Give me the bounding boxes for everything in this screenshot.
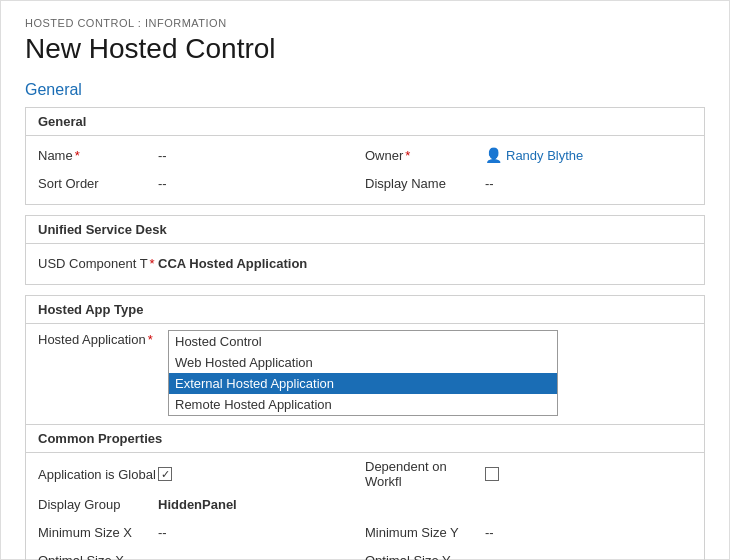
app-global-row: Application is Global ✓ Dependent on Wor…: [38, 459, 692, 489]
owner-field: Owner* 👤 Randy Blythe: [365, 147, 692, 163]
user-icon: 👤: [485, 147, 502, 163]
optimal-size-y-label: Optimal Size Y: [365, 553, 485, 561]
dependent-checkbox-wrapper: [485, 467, 499, 481]
owner-required: *: [405, 148, 410, 163]
name-owner-row: Name* -- Owner* 👤 Randy Blythe: [38, 142, 692, 168]
breadcrumb: HOSTED CONTROL : INFORMATION: [25, 17, 705, 29]
display-name-value: --: [485, 176, 692, 191]
dependent-label: Dependent on Workfl: [365, 459, 485, 489]
common-properties-header: Common Properties: [26, 424, 704, 453]
app-is-global-label: Application is Global: [38, 467, 158, 482]
app-is-global-checkbox[interactable]: ✓: [158, 467, 172, 481]
display-group-value: HiddenPanel: [158, 497, 237, 512]
hosted-app-card: Hosted App Type Hosted Application* Host…: [25, 295, 705, 560]
name-field: Name* --: [38, 148, 365, 163]
dropdown-item-2[interactable]: External Hosted Application: [169, 373, 557, 394]
optimal-size-y-field: Optimal Size Y --: [365, 553, 692, 561]
sort-order-field: Sort Order --: [38, 176, 365, 191]
sort-order-value: --: [158, 176, 365, 191]
name-label: Name*: [38, 148, 158, 163]
common-properties-body: Application is Global ✓ Dependent on Wor…: [26, 453, 704, 560]
usd-card-header: Unified Service Desk: [26, 216, 704, 244]
general-section-heading: General: [25, 81, 705, 99]
min-size-x-value: --: [158, 525, 365, 540]
hosted-app-header: Hosted App Type: [26, 296, 704, 324]
sort-order-label: Sort Order: [38, 176, 158, 191]
name-value: --: [158, 148, 365, 163]
usd-card: Unified Service Desk USD Component T* CC…: [25, 215, 705, 285]
display-group-label: Display Group: [38, 497, 158, 512]
optimal-size-y-value: --: [485, 553, 692, 561]
owner-label: Owner*: [365, 148, 485, 163]
optimal-size-x-value: --: [158, 553, 365, 561]
optimal-size-x-label: Optimal Size X: [38, 553, 158, 561]
usd-component-label: USD Component T*: [38, 256, 158, 271]
hosted-app-required: *: [148, 332, 153, 347]
usd-component-row: USD Component T* CCA Hosted Application: [38, 250, 692, 276]
min-size-row: Minimum Size X -- Minimum Size Y --: [38, 519, 692, 545]
owner-value[interactable]: 👤 Randy Blythe: [485, 147, 583, 163]
usd-required: *: [150, 256, 155, 271]
usd-card-body: USD Component T* CCA Hosted Application: [26, 244, 704, 284]
sort-display-row: Sort Order -- Display Name --: [38, 170, 692, 196]
optimal-size-x-field: Optimal Size X --: [38, 553, 365, 561]
display-name-label: Display Name: [365, 176, 485, 191]
hosted-app-body: Hosted Application* Hosted ControlWeb Ho…: [26, 324, 704, 424]
min-size-y-value: --: [485, 525, 692, 540]
hosted-application-dropdown[interactable]: Hosted ControlWeb Hosted ApplicationExte…: [168, 330, 558, 416]
app-is-global-checkbox-wrapper: ✓: [158, 467, 172, 481]
min-size-x-label: Minimum Size X: [38, 525, 158, 540]
page-container: HOSTED CONTROL : INFORMATION New Hosted …: [0, 0, 730, 560]
page-title: New Hosted Control: [25, 33, 705, 65]
name-required: *: [75, 148, 80, 163]
display-group-row: Display Group HiddenPanel: [38, 491, 692, 517]
optimal-size-row: Optimal Size X -- Optimal Size Y --: [38, 547, 692, 560]
dropdown-item-0[interactable]: Hosted Control: [169, 331, 557, 352]
dependent-field: Dependent on Workfl: [365, 459, 692, 489]
general-card-header: General: [26, 108, 704, 136]
app-is-global-field: Application is Global ✓: [38, 467, 365, 482]
dependent-checkbox[interactable]: [485, 467, 499, 481]
min-size-y-label: Minimum Size Y: [365, 525, 485, 540]
general-card-body: Name* -- Owner* 👤 Randy Blythe: [26, 136, 704, 204]
general-card: General Name* -- Owner* 👤 Randy Blythe: [25, 107, 705, 205]
owner-name[interactable]: Randy Blythe: [506, 148, 583, 163]
min-size-x-field: Minimum Size X --: [38, 525, 365, 540]
min-size-y-field: Minimum Size Y --: [365, 525, 692, 540]
dropdown-item-1[interactable]: Web Hosted Application: [169, 352, 557, 373]
hosted-application-row: Hosted Application* Hosted ControlWeb Ho…: [38, 330, 692, 416]
dropdown-item-3[interactable]: Remote Hosted Application: [169, 394, 557, 415]
hosted-application-label: Hosted Application*: [38, 330, 168, 347]
display-name-field: Display Name --: [365, 176, 692, 191]
usd-component-value: CCA Hosted Application: [158, 256, 307, 271]
